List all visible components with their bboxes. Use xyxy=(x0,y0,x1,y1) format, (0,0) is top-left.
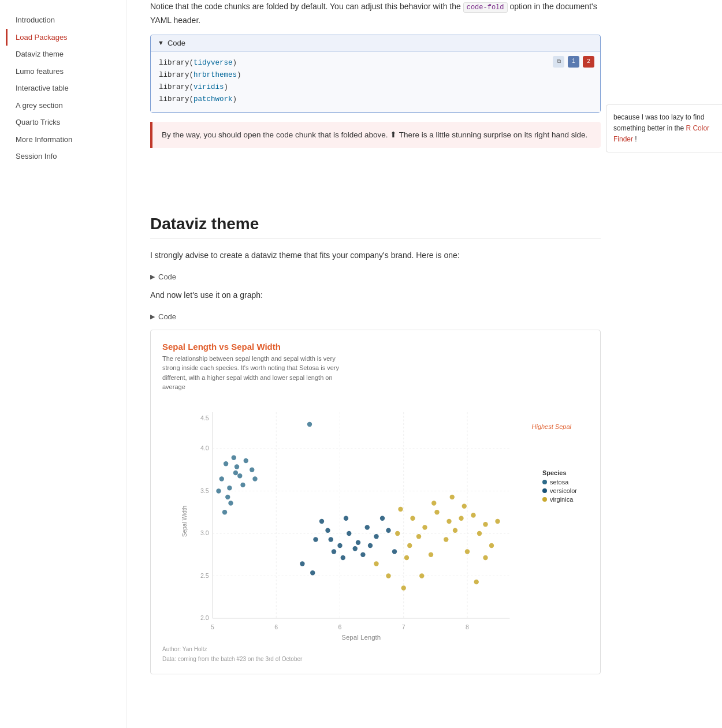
color-finder-tooltip: because I was too lazy to find something… xyxy=(606,104,722,153)
legend-dot-setosa xyxy=(542,480,547,484)
svg-point-63 xyxy=(459,516,463,520)
svg-point-47 xyxy=(353,546,358,551)
code-block-packages: ▼ Code library(tidyverse) library(hrbrth… xyxy=(150,35,601,113)
svg-point-76 xyxy=(395,531,400,536)
svg-point-30 xyxy=(250,467,254,472)
main-content: Notice that the code chunks are folded b… xyxy=(127,0,624,697)
code-collapsed-1[interactable]: ▶ Code xyxy=(150,270,601,284)
svg-point-39 xyxy=(325,528,330,532)
svg-point-25 xyxy=(235,464,239,469)
svg-text:3.0: 3.0 xyxy=(200,529,209,536)
collapsed-triangle-icon-1: ▶ xyxy=(150,273,155,281)
code-collapsed-2[interactable]: ▶ Code xyxy=(150,309,601,324)
legend-dot-virginica xyxy=(542,497,547,502)
scatter-plot-svg: 2.0 2.5 3.0 3.5 4.0 4.5 5 6 6 7 8 Sepal … xyxy=(180,400,537,643)
sidebar-item-interactive-table[interactable]: Interactive table xyxy=(6,80,121,97)
legend-label-setosa: setosa xyxy=(550,479,568,486)
info-icon[interactable]: i xyxy=(568,56,579,68)
legend-item-versicolor: versicolor xyxy=(542,487,577,494)
code-fold-label: Code xyxy=(168,39,185,47)
svg-point-53 xyxy=(300,561,304,566)
svg-point-61 xyxy=(434,510,439,514)
svg-text:2.0: 2.0 xyxy=(200,614,209,621)
code-line-1: library(tidyverse) xyxy=(159,57,592,69)
sidebar-item-quarto-tricks[interactable]: Quarto Tricks xyxy=(6,114,121,131)
legend-label-virginica: virginica xyxy=(550,496,573,503)
svg-point-73 xyxy=(404,555,409,560)
chart-subtitle: The relationship between sepal length an… xyxy=(162,354,347,392)
svg-point-54 xyxy=(310,570,315,575)
svg-point-32 xyxy=(228,501,233,505)
svg-point-84 xyxy=(465,549,470,554)
svg-point-70 xyxy=(444,537,448,542)
svg-point-78 xyxy=(474,580,479,584)
legend-label-versicolor: versicolor xyxy=(550,487,577,494)
svg-point-82 xyxy=(374,561,378,566)
chart-area: Sepal Width Highest Sepal Species setosa… xyxy=(162,400,589,643)
svg-point-49 xyxy=(360,552,365,557)
svg-point-40 xyxy=(337,543,342,548)
svg-point-35 xyxy=(233,471,238,475)
svg-point-79 xyxy=(419,573,424,578)
version-icon[interactable]: 2 xyxy=(583,56,594,68)
svg-point-74 xyxy=(429,552,433,557)
code-fold-toggle[interactable]: ▼ Code xyxy=(151,35,600,51)
svg-point-67 xyxy=(471,513,475,517)
sidebar-item-grey-section[interactable]: A grey section xyxy=(6,97,121,114)
chart-legend: Species setosa versicolor virginica xyxy=(542,469,577,505)
svg-point-34 xyxy=(252,476,257,481)
svg-point-24 xyxy=(219,476,224,481)
svg-text:5: 5 xyxy=(211,624,214,630)
legend-item-virginica: virginica xyxy=(542,496,577,503)
code-line-3: library(viridis) xyxy=(159,81,592,94)
chart-data-source: Data: coming from the batch #23 on the 3… xyxy=(162,656,302,662)
svg-point-43 xyxy=(356,540,360,544)
tooltip-exclaim: ! xyxy=(635,135,637,143)
svg-point-77 xyxy=(489,543,494,548)
legend-dot-versicolor xyxy=(542,488,547,493)
svg-point-23 xyxy=(232,455,236,460)
fold-triangle-icon: ▼ xyxy=(158,39,164,46)
chart-footer-2: Data: coming from the batch #23 on the 3… xyxy=(162,656,589,662)
svg-point-45 xyxy=(319,519,324,524)
svg-text:6: 6 xyxy=(274,624,278,630)
section-divider xyxy=(150,238,601,238)
svg-point-41 xyxy=(347,531,351,536)
svg-point-33 xyxy=(222,510,227,514)
svg-point-83 xyxy=(386,573,390,578)
code-fold-inline: code-fold xyxy=(463,2,508,13)
code-icons-group: ⧉ i 2 xyxy=(553,56,594,68)
callout-block: By the way, you should open the code chu… xyxy=(150,122,601,148)
svg-point-59 xyxy=(410,516,415,520)
svg-text:7: 7 xyxy=(402,624,405,630)
svg-point-29 xyxy=(216,488,221,493)
code-body: library(tidyverse) library(hrbrthemes) l… xyxy=(151,51,600,112)
copy-icon[interactable]: ⧉ xyxy=(553,56,564,68)
dataviz-text-2: And now let's use it on a graph: xyxy=(150,289,601,303)
svg-text:4.5: 4.5 xyxy=(200,414,209,421)
sidebar-item-dataviz-theme[interactable]: Dataviz theme xyxy=(6,46,121,63)
sidebar-item-more-information[interactable]: More Information xyxy=(6,131,121,148)
collapsed-triangle-icon-2: ▶ xyxy=(150,313,155,320)
svg-point-50 xyxy=(329,537,333,542)
code-line-4: library(patchwork) xyxy=(159,94,592,106)
sidebar-item-lumo-features[interactable]: Lumo features xyxy=(6,63,121,80)
collapsed-code-label-2: Code xyxy=(158,312,176,321)
svg-point-42 xyxy=(332,549,336,554)
sidebar-item-session-info[interactable]: Session Info xyxy=(6,148,121,165)
code-line-2: library(hrbrthemes) xyxy=(159,69,592,81)
svg-point-31 xyxy=(240,483,245,487)
sidebar-item-introduction[interactable]: Introduction xyxy=(6,12,121,29)
dataviz-text-1: I strongly advise to create a dataviz th… xyxy=(150,249,601,263)
intro-text-1: Notice that the code chunks are folded b… xyxy=(150,2,461,11)
svg-point-69 xyxy=(407,543,412,548)
highest-sepal-label: Highest Sepal xyxy=(532,423,572,430)
sidebar-item-load-packages[interactable]: Load Packages xyxy=(6,29,121,46)
svg-point-85 xyxy=(483,555,487,560)
svg-point-80 xyxy=(401,585,406,590)
dataviz-section-heading: Dataviz theme xyxy=(150,215,601,233)
svg-point-38 xyxy=(313,537,318,542)
svg-point-55 xyxy=(344,516,348,520)
svg-point-44 xyxy=(365,525,370,529)
svg-point-58 xyxy=(398,507,403,512)
